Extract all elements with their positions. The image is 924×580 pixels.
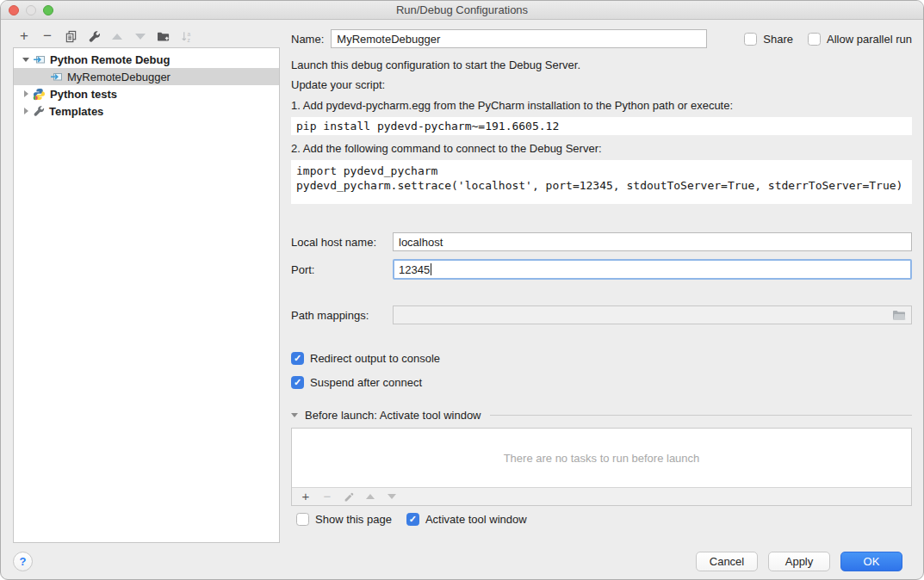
remote-debug-icon	[33, 53, 46, 65]
local-host-row: Local host name: localhost	[291, 232, 912, 251]
configurations-tree: Python Remote Debug MyRemoteDebugger Pyt…	[13, 47, 280, 543]
titlebar: Run/Debug Configurations	[1, 1, 923, 20]
intro-line-2: Update your script:	[291, 78, 912, 92]
before-launch-header[interactable]: Before launch: Activate tool window	[291, 409, 912, 422]
redirect-output-row: ✓ Redirect output to console	[291, 352, 912, 365]
show-this-page-label: Show this page	[315, 513, 392, 526]
tree-item-label: Python tests	[50, 88, 117, 101]
configuration-editor: Name: MyRemoteDebugger Share Allow paral…	[291, 25, 912, 526]
edit-pencil-icon[interactable]	[343, 491, 355, 503]
allow-parallel-run-checkbox[interactable]	[808, 33, 821, 46]
suspend-after-connect-checkbox[interactable]: ✓	[291, 376, 304, 389]
local-host-label: Local host name:	[291, 236, 393, 249]
path-mappings-row: Path mappings:	[291, 305, 912, 324]
close-window-button[interactable]	[9, 5, 19, 15]
name-input[interactable]: MyRemoteDebugger	[331, 29, 707, 48]
move-up-icon[interactable]	[110, 29, 124, 43]
share-checkbox[interactable]	[744, 33, 757, 46]
path-mappings-input[interactable]	[393, 305, 912, 324]
edit-defaults-wrench-icon[interactable]	[87, 29, 101, 43]
suspend-after-connect-label: Suspend after connect	[310, 376, 422, 389]
remote-debug-icon	[50, 71, 63, 83]
text-caret	[431, 263, 431, 275]
sort-alphabetically-icon[interactable]: az	[180, 29, 194, 43]
tree-item-myremotedebugger[interactable]: MyRemoteDebugger	[14, 68, 279, 85]
traffic-lights	[9, 5, 53, 15]
name-label: Name:	[291, 33, 324, 46]
expand-arrow-icon[interactable]	[21, 108, 31, 114]
suspend-after-connect-row: ✓ Suspend after connect	[291, 376, 912, 389]
dialog-buttons: Cancel Apply OK	[696, 552, 902, 571]
window-title: Run/Debug Configurations	[396, 3, 528, 16]
run-debug-configurations-dialog: Run/Debug Configurations + − az	[0, 0, 924, 580]
wrench-icon	[33, 105, 45, 117]
port-input[interactable]: 12345	[393, 259, 912, 280]
before-launch-label: Before launch: Activate tool window	[305, 409, 481, 422]
page-options-row: Show this page ✓ Activate tool window	[296, 513, 912, 526]
tree-item-label: Python Remote Debug	[50, 53, 170, 66]
redirect-output-label: Redirect output to console	[310, 352, 440, 365]
redirect-output-checkbox[interactable]: ✓	[291, 352, 304, 365]
local-host-input[interactable]: localhost	[393, 232, 912, 251]
settrace-code: import pydevd_pycharm pydevd_pycharm.set…	[291, 160, 912, 204]
zoom-window-button[interactable]	[43, 5, 53, 15]
copy-icon[interactable]	[64, 29, 78, 43]
tree-item-templates[interactable]: Templates	[14, 102, 279, 120]
new-folder-icon[interactable]	[157, 29, 171, 43]
step-2-text: 2. Add the following command to connect …	[291, 142, 912, 156]
path-mappings-label: Path mappings:	[291, 309, 393, 322]
svg-text:a: a	[187, 30, 190, 36]
allow-parallel-run-label: Allow parallel run	[827, 33, 912, 46]
python-tests-icon	[33, 88, 46, 101]
remove-icon[interactable]: −	[321, 491, 333, 503]
pip-install-code: pip install pydevd-pycharm~=191.6605.12	[291, 117, 912, 135]
settrace-code-line-1: import pydevd_pycharm	[296, 164, 907, 178]
share-options: Share Allow parallel run	[744, 33, 912, 46]
tasks-toolbar: + −	[292, 487, 911, 505]
before-launch-tasks-panel: There are no tasks to run before launch …	[291, 428, 912, 506]
activate-tool-window-checkbox[interactable]: ✓	[406, 513, 419, 526]
ok-button[interactable]: OK	[840, 552, 902, 571]
help-button[interactable]: ?	[13, 552, 33, 571]
tree-item-label: Templates	[49, 105, 103, 118]
name-row: Name: MyRemoteDebugger Share Allow paral…	[291, 29, 912, 48]
move-down-icon[interactable]	[386, 491, 398, 503]
move-up-icon[interactable]	[364, 491, 376, 503]
svg-text:z: z	[187, 36, 189, 42]
apply-button[interactable]: Apply	[768, 552, 830, 571]
step-1-text: 1. Add pydevd-pycharm.egg from the PyCha…	[291, 99, 912, 113]
add-icon[interactable]: +	[17, 29, 31, 43]
settrace-code-line-2: pydevd_pycharm.settrace('localhost', por…	[296, 178, 907, 193]
tree-item-python-remote-debug[interactable]: Python Remote Debug	[14, 51, 279, 68]
expand-arrow-icon[interactable]	[21, 90, 31, 97]
minimize-window-button[interactable]	[26, 5, 36, 15]
show-this-page-checkbox[interactable]	[296, 513, 309, 526]
tasks-empty-message: There are no tasks to run before launch	[292, 429, 911, 487]
add-icon[interactable]: +	[300, 491, 312, 503]
collapse-arrow-icon[interactable]	[291, 413, 298, 417]
intro-line-1: Launch this debug configuration to start…	[291, 59, 912, 72]
activate-tool-window-label: Activate tool window	[425, 513, 527, 526]
tree-item-python-tests[interactable]: Python tests	[14, 85, 279, 102]
browse-folder-icon[interactable]	[892, 309, 906, 321]
section-divider	[490, 415, 912, 416]
port-row: Port: 12345	[291, 259, 912, 280]
cancel-button[interactable]: Cancel	[696, 552, 758, 571]
configurations-toolbar: + − az	[17, 28, 194, 45]
collapse-arrow-icon[interactable]	[21, 58, 31, 62]
remove-icon[interactable]: −	[40, 29, 54, 43]
tree-item-label: MyRemoteDebugger	[67, 71, 171, 83]
move-down-icon[interactable]	[133, 29, 147, 43]
port-label: Port:	[291, 263, 393, 276]
share-label: Share	[763, 33, 793, 46]
